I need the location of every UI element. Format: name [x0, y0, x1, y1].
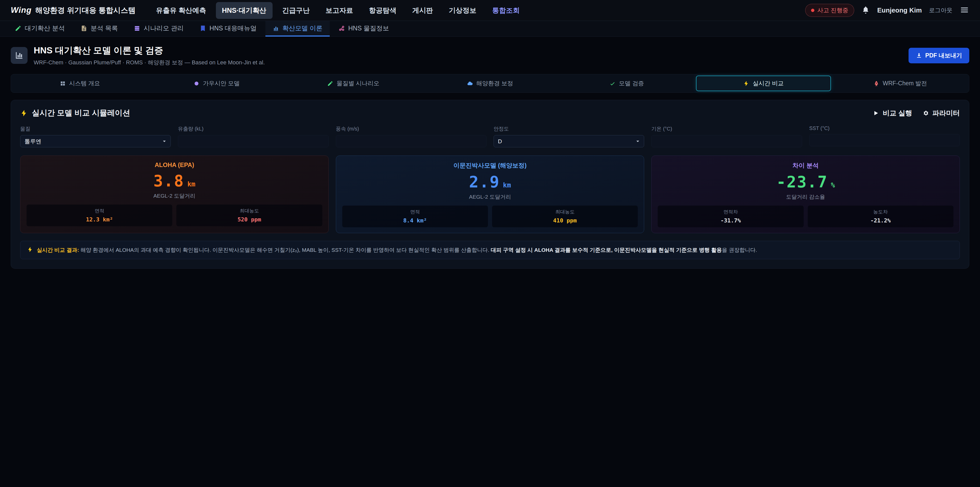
- card-value-number: -23.7: [776, 172, 828, 191]
- stat-label: 면적: [345, 209, 485, 215]
- brand: Wing 해양환경 위기대응 통합시스템: [11, 5, 135, 16]
- card-title: 차이 분석: [658, 161, 953, 169]
- field-select-3[interactable]: D: [493, 135, 644, 147]
- panel-title-label: 실시간 모델 비교 시뮬레이션: [32, 108, 130, 118]
- app-logo: Wing: [11, 5, 32, 15]
- select-wrap-0: 톨루엔: [20, 135, 171, 147]
- section-tab-label: 실시간 비교: [752, 80, 783, 87]
- pdf-export-label: PDF 내보내기: [925, 51, 962, 59]
- card-caption: AEGL-2 도달거리: [342, 193, 638, 200]
- stat-value: 410 ppm: [495, 217, 635, 224]
- subnav-item-0[interactable]: 대기확산 분석: [8, 21, 72, 37]
- logout-button[interactable]: 로그아웃: [929, 6, 953, 14]
- page-header: HNS 대기확산 모델 이론 및 검증 WRF-Chem · Gaussian …: [0, 37, 980, 73]
- molecule-icon: [339, 25, 345, 32]
- panel-actions: 비교 실행 파라미터: [873, 109, 960, 118]
- subnav-item-1[interactable]: 분석 목록: [73, 21, 125, 37]
- note-tail: 을 권장합니다.: [722, 247, 757, 253]
- brand-name: 해양환경 위기대응 통합시스템: [35, 5, 135, 16]
- card-title: 이문진박사모델 (해양보정): [342, 161, 638, 169]
- section-tab-1[interactable]: 가우시안 모델: [149, 76, 284, 91]
- card-value: 2.9km: [342, 172, 638, 191]
- stat-value: 12.3 km²: [29, 216, 170, 223]
- parameters-label: 파라미터: [932, 109, 960, 118]
- card-stats: 면적8.4 km²최대농도410 ppm: [342, 206, 638, 227]
- field-select-0[interactable]: 톨루엔: [20, 135, 171, 147]
- menu-item-5[interactable]: 게시판: [406, 2, 439, 19]
- parameters-button[interactable]: 파라미터: [922, 109, 960, 118]
- menu-item-6[interactable]: 기상정보: [443, 2, 483, 19]
- incident-status-badge: 사고 진행중: [805, 4, 854, 17]
- play-icon: [873, 110, 879, 117]
- subnav-item-label: 대기확산 분석: [25, 24, 65, 32]
- parameter-form: 물질톨루엔유출량 (kL)풍속 (m/s)안정도D기온 (°C)SST (°C): [20, 125, 960, 147]
- field-label: SST (°C): [809, 125, 960, 131]
- section-tab-label: 모델 검증: [619, 80, 644, 87]
- field-input-1[interactable]: [178, 135, 328, 147]
- subnav-item-5[interactable]: HNS 물질정보: [331, 21, 396, 37]
- section-tab-3[interactable]: 해양환경 보정: [422, 76, 558, 91]
- card-value-number: 3.8: [153, 172, 184, 190]
- menu-item-7[interactable]: 통합조회: [486, 2, 526, 19]
- section-tab-2[interactable]: 물질별 시나리오: [286, 76, 421, 91]
- bolt-icon: [743, 80, 749, 86]
- incident-dot-icon: [811, 9, 815, 12]
- scenario-icon: [134, 25, 140, 32]
- subnav-item-2[interactable]: 시나리오 관리: [127, 21, 191, 37]
- bolt-icon: [20, 109, 28, 117]
- menu-item-4[interactable]: 항공탐색: [363, 2, 403, 19]
- card-value: 3.8km: [27, 172, 322, 190]
- card-stats: 면적12.3 km²최대농도520 ppm: [27, 204, 322, 226]
- menu-item-3[interactable]: 보고자료: [320, 2, 360, 19]
- run-comparison-label: 비교 실행: [883, 109, 912, 118]
- menu-item-0[interactable]: 유출유 확산예측: [150, 2, 212, 19]
- user-name: Eunjeong Kim: [877, 6, 922, 14]
- subnav-item-3[interactable]: HNS 대응매뉴얼: [192, 21, 264, 37]
- section-tab-5[interactable]: 실시간 비교: [696, 76, 831, 91]
- form-field-2: 풍속 (m/s): [336, 125, 487, 147]
- page-header-titles: HNS 대기확산 모델 이론 및 검증 WRF-Chem · Gaussian …: [34, 45, 265, 66]
- notifications-button[interactable]: [861, 6, 870, 15]
- subnav-item-label: HNS 대응매뉴얼: [210, 24, 257, 32]
- card-title: ALOHA (EPA): [27, 161, 322, 169]
- field-input-2[interactable]: [336, 135, 487, 147]
- menu-item-1[interactable]: HNS·대기확산: [216, 2, 272, 19]
- section-tab-label: 물질별 시나리오: [337, 80, 379, 87]
- model-card-1: 이문진박사모델 (해양보정)2.9kmAEGL-2 도달거리면적8.4 km²최…: [336, 155, 644, 233]
- stat-label: 농도차: [810, 209, 951, 215]
- subnav-item-4[interactable]: 확산모델 이론: [266, 21, 330, 37]
- field-input-5[interactable]: [809, 134, 960, 146]
- field-input-4[interactable]: [651, 135, 802, 147]
- section-tab-4[interactable]: 모델 검증: [559, 76, 694, 91]
- card-stats: 면적차-31.7%농도차-21.2%: [658, 206, 953, 227]
- stat-box: 면적차-31.7%: [658, 206, 803, 227]
- subnav-item-label: HNS 물질정보: [348, 24, 389, 32]
- manual-icon: [200, 25, 206, 32]
- main-menu: 유출유 확산예측HNS·대기확산긴급구난보고자료항공탐색게시판기상정보통합조회: [150, 2, 797, 19]
- chart-bars-icon: [14, 51, 24, 60]
- section-tab-6[interactable]: WRF-Chem 발전: [832, 76, 968, 91]
- rocket-icon: [873, 80, 880, 86]
- menu-item-2[interactable]: 긴급구난: [276, 2, 316, 19]
- run-comparison-button[interactable]: 비교 실행: [873, 109, 912, 118]
- pdf-export-button[interactable]: PDF 내보내기: [908, 48, 969, 63]
- bell-icon: [861, 6, 870, 14]
- section-tab-0[interactable]: 시스템 개요: [12, 76, 148, 91]
- card-value-unit: %: [831, 181, 835, 189]
- stat-label: 면적: [29, 208, 170, 214]
- menu-toggle-button[interactable]: [959, 5, 969, 16]
- topnav-right: 사고 진행중 Eunjeong Kim 로그아웃: [805, 4, 969, 17]
- check-icon: [609, 80, 616, 86]
- panel-head: 실시간 모델 비교 시뮬레이션 비교 실행 파라미터: [20, 108, 960, 118]
- stat-box: 최대농도410 ppm: [492, 206, 638, 227]
- card-value-number: 2.9: [469, 172, 500, 191]
- document-icon: [81, 25, 87, 32]
- comparison-note-text: 실시간 비교 결과: 해양 환경에서 ALOHA의 과대 예측 경향이 확인됩니…: [37, 246, 757, 254]
- section-tab-label: 가우시안 모델: [203, 80, 240, 87]
- section-tab-label: 해양환경 보정: [476, 80, 513, 87]
- model-card-2: 차이 분석-23.7%도달거리 감소율면적차-31.7%농도차-21.2%: [651, 155, 960, 233]
- top-navigation: Wing 해양환경 위기대응 통합시스템 유출유 확산예측HNS·대기확산긴급구…: [0, 0, 980, 21]
- gaussian-dot-icon: [193, 80, 200, 86]
- subnav-item-label: 확산모델 이론: [283, 24, 323, 32]
- chart-icon: [272, 25, 279, 32]
